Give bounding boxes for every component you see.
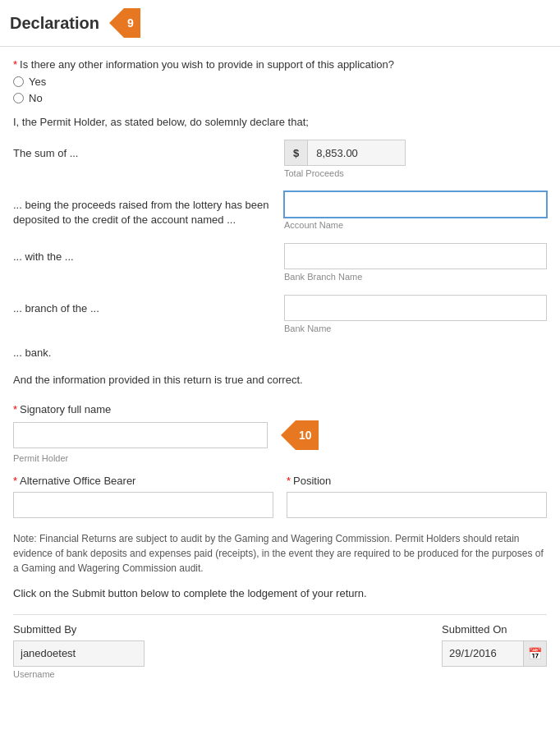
sum-row: The sum of ... $ 8,853.00 Total Proceeds xyxy=(13,140,547,178)
position-col: *Position xyxy=(287,475,547,518)
signatory-input[interactable] xyxy=(13,422,268,448)
signatory-required-star: * xyxy=(13,403,17,415)
with-the-label: ... with the ... xyxy=(13,243,284,264)
alt-bearer-input[interactable] xyxy=(13,492,273,518)
submitted-on-col: Submitted On 29/1/2016 📅 xyxy=(442,623,547,667)
signatory-input-wrap xyxy=(13,422,268,448)
alt-bearer-position-row: *Alternative Office Bearer *Position xyxy=(13,475,547,518)
bank-text: ... bank. xyxy=(13,347,547,359)
signatory-input-row: 10 xyxy=(13,420,547,450)
account-name-input[interactable] xyxy=(284,191,547,218)
submitted-on-label: Submitted On xyxy=(442,623,547,636)
divider xyxy=(13,614,547,615)
alt-bearer-col: *Alternative Office Bearer xyxy=(13,475,273,518)
position-star: * xyxy=(287,475,291,487)
account-name-row: ... being the proceeds raised from the l… xyxy=(13,191,547,230)
submitted-by-col: Submitted By Username xyxy=(13,623,145,679)
note-text: Note: Financial Returns are subject to a… xyxy=(13,531,547,576)
header: Declaration 9 xyxy=(0,0,560,47)
no-option[interactable]: No xyxy=(13,92,547,104)
submitted-by-input[interactable] xyxy=(13,640,145,667)
sum-label: The sum of ... xyxy=(13,140,284,161)
account-name-label: Account Name xyxy=(284,220,547,230)
bank-branch-group: Bank Branch Name xyxy=(284,243,547,282)
step-badge: 9 xyxy=(109,8,140,38)
bank-branch-row: ... with the ... Bank Branch Name xyxy=(13,243,547,282)
account-name-group: Account Name xyxy=(284,191,547,230)
calendar-icon[interactable]: 📅 xyxy=(524,640,547,667)
yes-label: Yes xyxy=(29,76,46,88)
page-title: Declaration xyxy=(10,14,99,33)
submitted-by-label: Submitted By xyxy=(13,623,145,636)
submitted-on-value: 29/1/2016 xyxy=(442,640,524,667)
proceeds-label: ... being the proceeds raised from the l… xyxy=(13,191,284,227)
alt-bearer-star: * xyxy=(13,475,17,487)
required-star: * xyxy=(13,58,17,71)
bank-name-group: Bank Name xyxy=(284,295,547,333)
yes-no-group: Yes No xyxy=(13,76,547,104)
badge-10-number: 10 xyxy=(296,420,319,450)
arrow-10-left xyxy=(281,420,296,450)
position-input[interactable] xyxy=(287,492,547,518)
bank-branch-input[interactable] xyxy=(284,243,547,269)
arrow-left xyxy=(109,8,124,38)
question-text: *Is there any other information you wish… xyxy=(13,58,547,71)
click-text: Click on the Submit button below to comp… xyxy=(13,587,547,599)
sum-input-group: $ 8,853.00 Total Proceeds xyxy=(284,140,547,178)
sum-value-display: $ 8,853.00 xyxy=(284,140,547,166)
branch-of-label: ... branch of the ... xyxy=(13,295,284,316)
position-label: *Position xyxy=(287,475,547,487)
submit-row: Submitted By Username Submitted On 29/1/… xyxy=(13,623,547,679)
total-proceeds-value: 8,853.00 xyxy=(307,140,406,166)
other-info-question: *Is there any other information you wish… xyxy=(13,58,547,104)
no-label: No xyxy=(29,92,43,104)
username-label: Username xyxy=(13,669,145,679)
bank-name-row: ... branch of the ... Bank Name xyxy=(13,295,547,333)
declare-text: I, the Permit Holder, as stated below, d… xyxy=(13,116,547,128)
bank-name-label: Bank Name xyxy=(284,324,547,333)
and-info-text: And the information provided in this ret… xyxy=(13,372,547,388)
yes-option[interactable]: Yes xyxy=(13,76,547,88)
permit-holder-label: Permit Holder xyxy=(13,453,547,463)
yes-radio[interactable] xyxy=(13,76,24,87)
dollar-sign: $ xyxy=(284,140,307,166)
badge-number: 9 xyxy=(124,8,140,38)
alt-bearer-label: *Alternative Office Bearer xyxy=(13,475,273,487)
total-proceeds-label: Total Proceeds xyxy=(284,168,547,178)
no-radio[interactable] xyxy=(13,93,24,103)
signatory-label: *Signatory full name xyxy=(13,403,547,415)
bank-name-input[interactable] xyxy=(284,295,547,321)
signatory-section: *Signatory full name 10 Permit Holder xyxy=(13,403,547,463)
date-input-wrap: 29/1/2016 📅 xyxy=(442,640,547,667)
step-10-badge: 10 xyxy=(281,420,319,450)
bank-branch-label: Bank Branch Name xyxy=(284,272,547,282)
